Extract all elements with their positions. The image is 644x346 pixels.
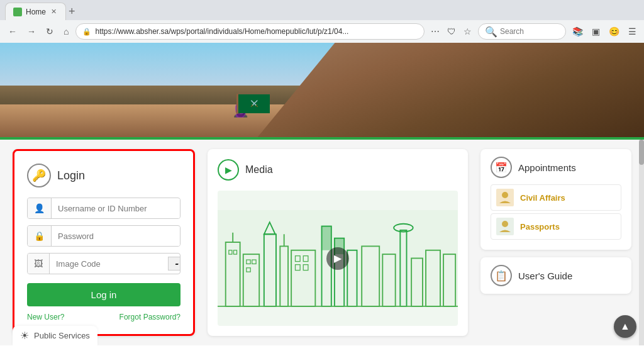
login-links: New User? Forgot Password? [27,313,180,321]
svg-point-31 [502,192,508,198]
reading-mode-icon[interactable]: ▣ [589,25,602,38]
scrollbar[interactable] [639,140,644,345]
nav-bar: ← → ↻ ⌂ 🔒 https://www.absher.sa/wps/port… [0,20,644,43]
right-panels: 📅 Appointments Civil Affairs [480,149,631,336]
new-tab-button[interactable]: + [69,6,75,17]
appointments-panel: 📅 Appointments Civil Affairs [480,149,631,250]
svg-rect-21 [322,226,331,250]
appointments-header: 📅 Appointments [491,157,621,178]
captcha-input[interactable] [50,254,168,274]
svg-point-32 [502,221,508,227]
new-user-link[interactable]: New User? [27,313,64,321]
main-content: 🔑 Login 👤 🔒 🖼 -7757 ↻ Log in [0,140,644,345]
lock-icon: 🔒 [82,28,91,36]
media-thumbnail[interactable]: ▶ [218,191,458,326]
search-box[interactable]: 🔍 [478,23,566,40]
passports-item[interactable]: Passports [491,213,621,240]
public-services-section: ☀ Public Services [13,326,97,345]
saudi-flag: ⚔️ [238,94,270,113]
user-icon: 👤 [28,198,52,218]
play-button-overlay[interactable]: ▶ [326,247,349,270]
star-icon[interactable]: ☆ [461,25,474,38]
public-services-icon: ☀ [20,330,29,342]
login-panel: 🔑 Login 👤 🔒 🖼 -7757 ↻ Log in [13,149,195,336]
search-icon: 🔍 [485,26,497,38]
username-input-group: 👤 [27,198,180,219]
active-tab[interactable]: Home ✕ [5,3,66,20]
civil-affairs-item[interactable]: Civil Affairs [491,184,621,211]
passports-icon [496,218,514,235]
tab-favicon [13,8,22,16]
scrollbar-thumb[interactable] [639,140,644,165]
civil-affairs-icon [496,189,514,206]
users-guide-icon: 📋 [491,265,512,286]
scroll-top-button[interactable]: ▲ [614,315,636,338]
menu-icon[interactable]: ☰ [626,25,639,38]
extensions-icon[interactable]: 🛡 [445,25,458,38]
captcha-input-group: 🖼 -7757 ↻ [27,253,180,274]
forward-button[interactable]: → [24,26,39,37]
content-wrapper: 🔑 Login 👤 🔒 🖼 -7757 ↻ Log in [0,140,644,345]
library-icon[interactable]: 📚 [570,25,586,38]
passports-label: Passports [520,222,560,232]
address-bar[interactable]: 🔒 https://www.absher.sa/wps/portal/indiv… [75,23,425,40]
media-header: ▶ Media [218,159,458,181]
bookmarks-icon[interactable]: ⋯ [428,25,442,38]
appointments-title: Appointments [518,162,576,173]
users-guide-panel[interactable]: 📋 User's Guide [480,257,631,294]
login-title: Login [57,169,85,182]
public-services-label: Public Services [34,331,90,340]
back-button[interactable]: ← [5,26,20,37]
tab-close-button[interactable]: ✕ [50,8,58,16]
browser-chrome: Home ✕ + ← → ↻ ⌂ 🔒 https://www.absher.sa… [0,0,644,43]
search-input[interactable] [500,27,563,36]
password-input-group: 🔒 [27,225,180,247]
captcha-display: -7757 ↻ [168,257,180,271]
home-button[interactable]: ⌂ [60,26,72,37]
appointments-icon: 📅 [491,157,512,178]
media-title: Media [245,164,273,176]
lock-field-icon: 🔒 [28,226,52,246]
refresh-button[interactable]: ↻ [43,26,57,37]
nav-icons: ⋯ 🛡 ☆ [428,25,474,38]
hero-image: ⚔️ 🧕 [0,43,644,137]
civil-affairs-label: Civil Affairs [520,193,565,203]
login-button[interactable]: Log in [27,283,180,306]
users-guide-title: User's Guide [518,271,572,281]
forgot-password-link[interactable]: Forgot Password? [119,313,180,321]
login-header: 🔑 Login [27,164,180,187]
image-icon: 🖼 [28,254,50,274]
tab-title: Home [26,8,46,16]
login-icon: 🔑 [27,164,51,187]
password-input[interactable] [52,226,180,246]
tab-bar: Home ✕ + [0,0,644,20]
username-input[interactable] [52,199,180,218]
profile-icon[interactable]: 😊 [606,25,622,38]
media-panel: ▶ Media [208,149,468,336]
url-text: https://www.absher.sa/wps/portal/individ… [95,27,418,36]
media-play-icon[interactable]: ▶ [218,159,239,181]
captcha-text: -7757 [168,257,180,271]
